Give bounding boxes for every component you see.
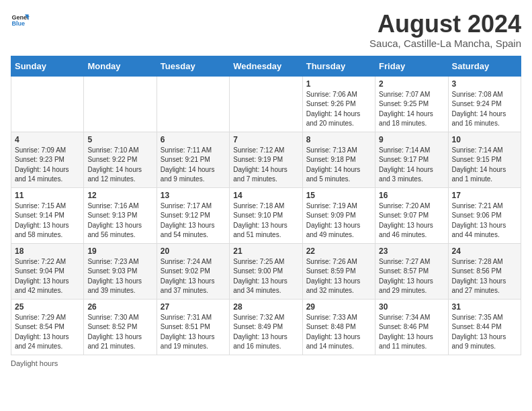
- calendar-body: 1Sunrise: 7:06 AM Sunset: 9:26 PM Daylig…: [11, 76, 521, 355]
- weekday-friday: Friday: [375, 56, 448, 76]
- day-info: Sunrise: 7:21 AM Sunset: 9:06 PM Dayligh…: [452, 201, 517, 240]
- day-info: Sunrise: 7:12 AM Sunset: 9:19 PM Dayligh…: [233, 146, 298, 185]
- day-number: 10: [452, 135, 517, 144]
- calendar-cell: [157, 76, 229, 132]
- day-info: Sunrise: 7:26 AM Sunset: 8:59 PM Dayligh…: [306, 257, 371, 296]
- header: General Blue August 2024 Sauca, Castille…: [11, 11, 521, 49]
- logo-icon: General Blue: [11, 11, 30, 30]
- day-number: 20: [161, 246, 226, 256]
- calendar-cell: 21Sunrise: 7:25 AM Sunset: 9:00 PM Dayli…: [230, 243, 302, 299]
- calendar-cell: 25Sunrise: 7:29 AM Sunset: 8:54 PM Dayli…: [11, 299, 84, 355]
- day-number: 30: [379, 302, 444, 312]
- calendar-cell: 8Sunrise: 7:13 AM Sunset: 9:18 PM Daylig…: [302, 132, 375, 187]
- calendar-cell: 1Sunrise: 7:06 AM Sunset: 9:26 PM Daylig…: [302, 76, 375, 132]
- calendar-cell: 17Sunrise: 7:21 AM Sunset: 9:06 PM Dayli…: [448, 187, 521, 243]
- calendar-cell: 2Sunrise: 7:07 AM Sunset: 9:25 PM Daylig…: [375, 76, 448, 132]
- weekday-monday: Monday: [84, 56, 157, 76]
- day-info: Sunrise: 7:31 AM Sunset: 8:51 PM Dayligh…: [161, 313, 226, 352]
- day-number: 3: [452, 79, 517, 89]
- calendar-cell: 16Sunrise: 7:20 AM Sunset: 9:07 PM Dayli…: [375, 187, 448, 243]
- calendar-cell: 30Sunrise: 7:34 AM Sunset: 8:46 PM Dayli…: [375, 299, 448, 355]
- day-info: Sunrise: 7:13 AM Sunset: 9:18 PM Dayligh…: [306, 146, 371, 185]
- day-number: 16: [379, 191, 444, 200]
- main-title: August 2024: [369, 11, 521, 38]
- day-number: 21: [233, 246, 298, 256]
- day-info: Sunrise: 7:25 AM Sunset: 9:00 PM Dayligh…: [233, 257, 298, 296]
- day-info: Sunrise: 7:14 AM Sunset: 9:17 PM Dayligh…: [379, 146, 444, 185]
- day-info: Sunrise: 7:18 AM Sunset: 9:10 PM Dayligh…: [233, 201, 298, 240]
- calendar-cell: 4Sunrise: 7:09 AM Sunset: 9:23 PM Daylig…: [11, 132, 84, 187]
- day-info: Sunrise: 7:10 AM Sunset: 9:22 PM Dayligh…: [87, 146, 152, 185]
- calendar-cell: [11, 76, 84, 132]
- day-number: 18: [15, 246, 80, 256]
- title-area: August 2024 Sauca, Castille-La Mancha, S…: [369, 11, 521, 49]
- week-row-4: 25Sunrise: 7:29 AM Sunset: 8:54 PM Dayli…: [11, 299, 521, 355]
- day-number: 25: [15, 302, 80, 312]
- day-info: Sunrise: 7:33 AM Sunset: 8:48 PM Dayligh…: [306, 313, 371, 352]
- calendar-cell: [230, 76, 302, 132]
- day-number: 9: [379, 135, 444, 144]
- daylight-hours-label: Daylight hours: [11, 359, 58, 367]
- calendar-cell: 12Sunrise: 7:16 AM Sunset: 9:13 PM Dayli…: [84, 187, 157, 243]
- day-number: 6: [161, 135, 226, 144]
- calendar-cell: 14Sunrise: 7:18 AM Sunset: 9:10 PM Dayli…: [230, 187, 302, 243]
- day-info: Sunrise: 7:30 AM Sunset: 8:52 PM Dayligh…: [87, 313, 152, 352]
- day-number: 8: [306, 135, 371, 144]
- calendar-cell: 10Sunrise: 7:14 AM Sunset: 9:15 PM Dayli…: [448, 132, 521, 187]
- day-info: Sunrise: 7:34 AM Sunset: 8:46 PM Dayligh…: [379, 313, 444, 352]
- day-info: Sunrise: 7:16 AM Sunset: 9:13 PM Dayligh…: [87, 201, 152, 240]
- day-info: Sunrise: 7:32 AM Sunset: 8:49 PM Dayligh…: [233, 313, 298, 352]
- calendar-cell: 6Sunrise: 7:11 AM Sunset: 9:21 PM Daylig…: [157, 132, 229, 187]
- week-row-3: 18Sunrise: 7:22 AM Sunset: 9:04 PM Dayli…: [11, 243, 521, 299]
- calendar-cell: 13Sunrise: 7:17 AM Sunset: 9:12 PM Dayli…: [157, 187, 229, 243]
- calendar-cell: 7Sunrise: 7:12 AM Sunset: 9:19 PM Daylig…: [230, 132, 302, 187]
- day-number: 23: [379, 246, 444, 256]
- day-number: 13: [161, 191, 226, 200]
- calendar-cell: 11Sunrise: 7:15 AM Sunset: 9:14 PM Dayli…: [11, 187, 84, 243]
- day-info: Sunrise: 7:19 AM Sunset: 9:09 PM Dayligh…: [306, 201, 371, 240]
- day-info: Sunrise: 7:08 AM Sunset: 9:24 PM Dayligh…: [452, 90, 517, 129]
- day-info: Sunrise: 7:06 AM Sunset: 9:26 PM Dayligh…: [306, 90, 371, 129]
- day-info: Sunrise: 7:09 AM Sunset: 9:23 PM Dayligh…: [15, 146, 80, 185]
- day-info: Sunrise: 7:28 AM Sunset: 8:56 PM Dayligh…: [452, 257, 517, 296]
- day-number: 15: [306, 191, 371, 200]
- day-number: 14: [233, 191, 298, 200]
- day-info: Sunrise: 7:11 AM Sunset: 9:21 PM Dayligh…: [161, 146, 226, 185]
- day-number: 29: [306, 302, 371, 312]
- day-number: 28: [233, 302, 298, 312]
- day-info: Sunrise: 7:23 AM Sunset: 9:03 PM Dayligh…: [87, 257, 152, 296]
- week-row-2: 11Sunrise: 7:15 AM Sunset: 9:14 PM Dayli…: [11, 187, 521, 243]
- calendar-cell: 19Sunrise: 7:23 AM Sunset: 9:03 PM Dayli…: [84, 243, 157, 299]
- calendar-cell: 24Sunrise: 7:28 AM Sunset: 8:56 PM Dayli…: [448, 243, 521, 299]
- calendar-cell: 18Sunrise: 7:22 AM Sunset: 9:04 PM Dayli…: [11, 243, 84, 299]
- calendar-table: SundayMondayTuesdayWednesdayThursdayFrid…: [11, 56, 521, 355]
- day-number: 4: [15, 135, 80, 144]
- day-number: 2: [379, 79, 444, 89]
- subtitle: Sauca, Castille-La Mancha, Spain: [369, 38, 521, 49]
- calendar-cell: [84, 76, 157, 132]
- day-number: 24: [452, 246, 517, 256]
- day-number: 31: [452, 302, 517, 312]
- day-info: Sunrise: 7:17 AM Sunset: 9:12 PM Dayligh…: [161, 201, 226, 240]
- calendar-cell: 29Sunrise: 7:33 AM Sunset: 8:48 PM Dayli…: [302, 299, 375, 355]
- calendar-cell: 26Sunrise: 7:30 AM Sunset: 8:52 PM Dayli…: [84, 299, 157, 355]
- calendar-cell: 5Sunrise: 7:10 AM Sunset: 9:22 PM Daylig…: [84, 132, 157, 187]
- logo: General Blue: [11, 11, 30, 30]
- day-info: Sunrise: 7:29 AM Sunset: 8:54 PM Dayligh…: [15, 313, 80, 352]
- day-number: 22: [306, 246, 371, 256]
- weekday-tuesday: Tuesday: [157, 56, 229, 76]
- day-number: 17: [452, 191, 517, 200]
- calendar-cell: 27Sunrise: 7:31 AM Sunset: 8:51 PM Dayli…: [157, 299, 229, 355]
- weekday-wednesday: Wednesday: [230, 56, 302, 76]
- day-info: Sunrise: 7:27 AM Sunset: 8:57 PM Dayligh…: [379, 257, 444, 296]
- weekday-saturday: Saturday: [448, 56, 521, 76]
- calendar-cell: 20Sunrise: 7:24 AM Sunset: 9:02 PM Dayli…: [157, 243, 229, 299]
- calendar-cell: 31Sunrise: 7:35 AM Sunset: 8:44 PM Dayli…: [448, 299, 521, 355]
- calendar-cell: 9Sunrise: 7:14 AM Sunset: 9:17 PM Daylig…: [375, 132, 448, 187]
- svg-text:Blue: Blue: [11, 20, 25, 27]
- day-info: Sunrise: 7:14 AM Sunset: 9:15 PM Dayligh…: [452, 146, 517, 185]
- week-row-1: 4Sunrise: 7:09 AM Sunset: 9:23 PM Daylig…: [11, 132, 521, 187]
- day-number: 1: [306, 79, 371, 89]
- weekday-thursday: Thursday: [302, 56, 375, 76]
- day-info: Sunrise: 7:15 AM Sunset: 9:14 PM Dayligh…: [15, 201, 80, 240]
